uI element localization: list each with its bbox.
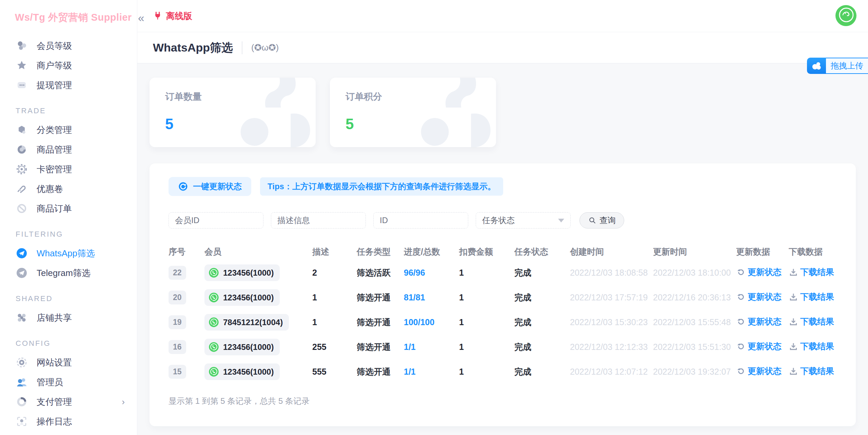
cell-task-type: 筛选开通 bbox=[357, 292, 404, 303]
clover-icon bbox=[16, 40, 28, 52]
sidebar-item-product-order[interactable]: 商品订单 bbox=[0, 199, 137, 218]
member-pill: 123456(1000) bbox=[204, 363, 280, 380]
sidebar-item-payment[interactable]: 支付管理 › bbox=[0, 392, 137, 412]
sidebar-item-member-level[interactable]: 会员等级 bbox=[0, 36, 137, 56]
update-status-link[interactable]: 更新状态 bbox=[736, 365, 782, 377]
col-header-fee: 扣费金额 bbox=[459, 246, 514, 257]
cell-desc: 555 bbox=[312, 367, 357, 377]
cell-task-type: 筛选活跃 bbox=[357, 267, 404, 278]
task-panel: 一键更新状态 Tips：上方订单数据显示会根据下方的查询条件进行筛选显示。 任务… bbox=[150, 163, 856, 426]
download-result-link[interactable]: 下载结果 bbox=[789, 291, 834, 302]
member-id-label: 123456(1000) bbox=[223, 342, 274, 352]
download-icon bbox=[789, 268, 798, 277]
offline-badge[interactable]: 离线版 bbox=[153, 10, 192, 22]
sidebar-item-card-key[interactable]: 卡密管理 bbox=[0, 159, 137, 179]
update-status-link[interactable]: 更新状态 bbox=[736, 341, 782, 352]
cell-updated-time: 2022/12/03 15:55:48 bbox=[653, 317, 736, 327]
sidebar-item-label: 优惠卷 bbox=[37, 183, 63, 195]
sidebar-item-withdraw[interactable]: 提现管理 bbox=[0, 75, 137, 95]
row-no-badge: 19 bbox=[169, 315, 186, 329]
member-pill: 78451212(1004) bbox=[204, 314, 289, 331]
download-result-link[interactable]: 下载结果 bbox=[789, 365, 834, 377]
cell-updated-time: 2022/12/03 15:51:30 bbox=[653, 342, 736, 352]
row-no-badge: 20 bbox=[169, 291, 186, 304]
download-result-label: 下载结果 bbox=[800, 266, 834, 278]
col-header-status: 任务状态 bbox=[514, 246, 570, 257]
col-header-download-data: 下载数据 bbox=[789, 246, 840, 257]
sidebar-item-op-log[interactable]: 操作日志 bbox=[0, 412, 137, 431]
update-status-link[interactable]: 更新状态 bbox=[736, 291, 782, 302]
cell-progress: 1/1 bbox=[404, 367, 459, 377]
sidebar-item-category[interactable]: 分类管理 bbox=[0, 120, 137, 140]
pagination-summary: 显示第 1 到第 5 条记录，总共 5 条记录 bbox=[169, 396, 842, 407]
sidebar-item-shop-share[interactable]: 店铺共享 bbox=[0, 308, 137, 328]
avatar[interactable] bbox=[835, 4, 857, 27]
cell-fee: 1 bbox=[459, 268, 514, 278]
download-result-link[interactable]: 下载结果 bbox=[789, 341, 834, 352]
star-icon bbox=[16, 59, 28, 72]
stat-card-value: 5 bbox=[346, 116, 496, 133]
col-header-no: 序号 bbox=[169, 246, 204, 257]
card-deco-shape bbox=[418, 78, 496, 147]
gear-solid-icon bbox=[16, 356, 28, 369]
cell-status: 完成 bbox=[514, 267, 570, 278]
table-row: 16 123456(1000) 255 筛选开通 1/1 1 完成 2022/1… bbox=[169, 335, 842, 359]
cell-status: 完成 bbox=[514, 341, 570, 353]
task-status-select-value: 任务状态 bbox=[482, 215, 515, 226]
drag-upload-button[interactable]: 拖拽上传 bbox=[807, 58, 868, 74]
ellipsis-card-icon bbox=[16, 79, 28, 91]
sidebar-item-whatsapp-filter[interactable]: WhatsApp筛选 bbox=[0, 243, 137, 263]
cell-created-time: 2022/12/03 15:30:23 bbox=[570, 317, 653, 327]
sidebar-item-label: 卡密管理 bbox=[37, 163, 72, 175]
batch-update-status-button[interactable]: 一键更新状态 bbox=[169, 177, 251, 196]
description-input[interactable] bbox=[271, 212, 366, 229]
title-emoticon: (✪ω✪) bbox=[251, 42, 279, 53]
sidebar-section-filtering: FILTERING bbox=[0, 230, 137, 243]
sidebar-item-site-settings[interactable]: 网站设置 bbox=[0, 353, 137, 372]
download-result-label: 下载结果 bbox=[800, 291, 834, 302]
people-icon bbox=[16, 376, 28, 388]
col-header-created: 创建时间 bbox=[570, 246, 653, 257]
plane-blue-icon bbox=[16, 247, 28, 259]
col-header-progress: 进度/总数 bbox=[404, 246, 459, 257]
gear-outline-icon bbox=[16, 163, 28, 175]
update-status-link[interactable]: 更新状态 bbox=[736, 266, 782, 278]
cell-updated-time: 2022/12/03 19:32:07 bbox=[653, 367, 736, 377]
download-result-link[interactable]: 下载结果 bbox=[789, 266, 834, 278]
cell-created-time: 2022/12/03 17:57:19 bbox=[570, 293, 653, 302]
table-row: 15 123456(1000) 555 筛选开通 1/1 1 完成 2022/1… bbox=[169, 359, 842, 384]
cell-fee: 1 bbox=[459, 342, 514, 352]
drag-upload-label: 拖拽上传 bbox=[826, 58, 868, 74]
update-status-link[interactable]: 更新状态 bbox=[736, 316, 782, 327]
cell-fee: 1 bbox=[459, 367, 514, 377]
card-deco-shape bbox=[238, 78, 316, 147]
cell-progress: 1/1 bbox=[404, 342, 459, 352]
id-input[interactable] bbox=[373, 212, 468, 229]
row-no-badge: 22 bbox=[169, 266, 186, 280]
task-table: 序号 会员 描述 任务类型 进度/总数 扣费金额 任务状态 创建时间 更新时间 … bbox=[169, 243, 842, 407]
update-status-label: 更新状态 bbox=[748, 266, 782, 278]
sidebar-item-admin[interactable]: 管理员 bbox=[0, 372, 137, 392]
chevron-right-icon: › bbox=[122, 397, 125, 407]
sidebar-item-coupon[interactable]: 优惠卷 bbox=[0, 179, 137, 199]
page-title: WhatsApp筛选 bbox=[153, 40, 233, 56]
sidebar-item-label: 商户等级 bbox=[37, 60, 72, 72]
task-status-select[interactable]: 任务状态 bbox=[476, 212, 571, 229]
sidebar-item-label: 商品订单 bbox=[37, 203, 72, 215]
sidebar-collapse-icon[interactable]: « bbox=[138, 12, 144, 23]
search-icon bbox=[588, 216, 597, 225]
search-button[interactable]: 查询 bbox=[579, 212, 624, 229]
member-id-input[interactable] bbox=[169, 212, 263, 229]
download-result-link[interactable]: 下载结果 bbox=[789, 316, 834, 327]
cell-desc: 255 bbox=[312, 342, 357, 352]
whatsapp-icon bbox=[209, 317, 219, 328]
refresh-icon bbox=[736, 268, 746, 277]
refresh-icon bbox=[736, 367, 746, 376]
sidebar-item-telegram-filter[interactable]: Telegram筛选 bbox=[0, 263, 137, 283]
cell-progress: 96/96 bbox=[404, 268, 459, 278]
sidebar-item-merchant-level[interactable]: 商户等级 bbox=[0, 56, 137, 75]
download-icon bbox=[789, 292, 798, 302]
table-row: 20 123456(1000) 1 筛选开通 81/81 1 完成 2022/1… bbox=[169, 285, 842, 310]
sidebar-item-product[interactable]: 商品管理 bbox=[0, 140, 137, 159]
cell-task-type: 筛选开通 bbox=[357, 366, 404, 377]
